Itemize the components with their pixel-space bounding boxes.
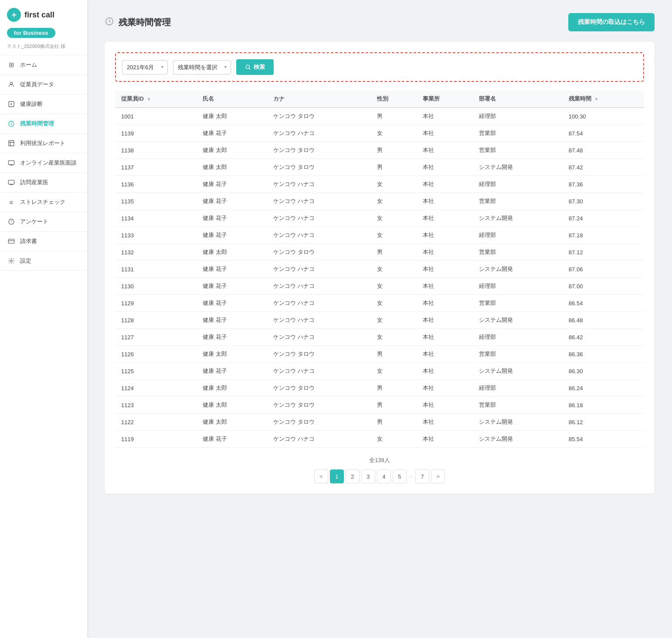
page-button-5[interactable]: 5	[393, 469, 407, 483]
month-select-wrapper: 2021年6月 2021年5月 2021年4月	[122, 60, 168, 74]
sidebar-item-invoice[interactable]: 請求書	[0, 232, 87, 251]
sidebar-item-health[interactable]: 健康診断	[0, 95, 87, 114]
cell-office: 本社	[417, 193, 473, 210]
cell-dept: 営業部	[473, 142, 562, 159]
page-button-3[interactable]: 3	[361, 469, 375, 483]
cell-name: 健康 太郎	[197, 108, 267, 125]
cell-kana: ケンコウ ハナコ	[267, 125, 371, 142]
cell-office: 本社	[417, 312, 473, 329]
cell-emp_id: 1001	[115, 108, 197, 125]
cell-gender: 女	[371, 261, 417, 278]
cell-office: 本社	[417, 125, 473, 142]
cell-overtime: 87.00	[563, 278, 644, 295]
cell-name: 健康 太郎	[197, 244, 267, 261]
table-row: 1136健康 花子ケンコウ ハナコ女本社経理部87.36	[115, 176, 644, 193]
table-row: 1122健康 太郎ケンコウ タロウ男本社システム開発86.12	[115, 414, 644, 431]
cell-office: 本社	[417, 176, 473, 193]
sidebar-item-label: 設定	[20, 257, 31, 265]
search-container: 2021年6月 2021年5月 2021年4月 残業時間を選択 45時間以上 6…	[105, 42, 655, 494]
col-gender: 性別	[371, 91, 417, 108]
sidebar-item-online-doctor[interactable]: オンライン産業医面談	[0, 153, 87, 173]
table-row: 1135健康 花子ケンコウ ハナコ女本社営業部87.30	[115, 193, 644, 210]
table-row: 1130健康 花子ケンコウ ハナコ女本社経理部87.00	[115, 278, 644, 295]
cell-emp_id: 1128	[115, 312, 197, 329]
page-button-7[interactable]: 7	[415, 469, 429, 483]
prev-page-button[interactable]: ＜	[314, 469, 328, 483]
main-content: 残業時間管理 残業時間の取込はこちら 2021年6月 2021年5月 2021年…	[87, 0, 672, 638]
sidebar-item-employee[interactable]: 従業員データ	[0, 75, 87, 95]
cell-name: 健康 太郎	[197, 397, 267, 414]
cell-emp_id: 1136	[115, 176, 197, 193]
table-row: 1132健康 太郎ケンコウ タロウ男本社営業部87.12	[115, 244, 644, 261]
cell-office: 本社	[417, 414, 473, 431]
cell-kana: ケンコウ タロウ	[267, 346, 371, 363]
overtime-select-wrapper: 残業時間を選択 45時間以上 60時間以上 80時間以上	[173, 60, 231, 74]
cell-office: 本社	[417, 210, 473, 227]
sidebar-item-label: 残業時間管理	[20, 120, 54, 128]
page-button-2[interactable]: 2	[346, 469, 360, 483]
cell-dept: システム開発	[473, 312, 562, 329]
sidebar-item-visit-doctor[interactable]: 訪問産業医	[0, 173, 87, 192]
table-row: 1133健康 花子ケンコウ ハナコ女本社経理部87.18	[115, 227, 644, 244]
sidebar-item-label: ホーム	[20, 61, 37, 69]
cell-name: 健康 花子	[197, 278, 267, 295]
sidebar-item-stress[interactable]: ≡ ストレスチェック	[0, 192, 87, 212]
table-row: 1137健康 太郎ケンコウ タロウ男本社システム開発87.42	[115, 159, 644, 176]
cell-kana: ケンコウ ハナコ	[267, 227, 371, 244]
cell-emp_id: 1123	[115, 397, 197, 414]
cell-office: 本社	[417, 244, 473, 261]
sidebar-item-survey[interactable]: アンケート	[0, 212, 87, 232]
cell-dept: 営業部	[473, 193, 562, 210]
sidebar: ＋ first call for Business テスト_202009株式会社…	[0, 0, 87, 638]
cell-emp_id: 1124	[115, 380, 197, 397]
table-row: 1126健康 太郎ケンコウ タロウ男本社営業部86.36	[115, 346, 644, 363]
cell-dept: 経理部	[473, 227, 562, 244]
cell-emp_id: 1134	[115, 210, 197, 227]
sidebar-item-settings[interactable]: 設定	[0, 251, 87, 271]
overtime-select[interactable]: 残業時間を選択 45時間以上 60時間以上 80時間以上	[173, 60, 231, 74]
cell-emp_id: 1119	[115, 431, 197, 448]
col-emp-id[interactable]: 従業員ID ▼	[115, 91, 197, 108]
col-kana: カナ	[267, 91, 371, 108]
cell-dept: 営業部	[473, 397, 562, 414]
cell-emp_id: 1135	[115, 193, 197, 210]
cell-overtime: 87.42	[563, 159, 644, 176]
page-button-4[interactable]: 4	[377, 469, 391, 483]
pagination: ＜ 1 2 3 4 5 - 7 ＞	[314, 469, 445, 483]
cell-dept: システム開発	[473, 414, 562, 431]
col-overtime[interactable]: 残業時間 ▼	[563, 91, 644, 108]
cell-office: 本社	[417, 431, 473, 448]
cell-name: 健康 花子	[197, 176, 267, 193]
cell-overtime: 86.36	[563, 346, 644, 363]
search-bar: 2021年6月 2021年5月 2021年4月 残業時間を選択 45時間以上 6…	[115, 52, 644, 82]
sidebar-item-report[interactable]: 利用状況レポート	[0, 134, 87, 153]
sidebar-item-overtime[interactable]: 残業時間管理	[0, 114, 87, 134]
table-row: 1134健康 花子ケンコウ ハナコ女本社システム開発87.24	[115, 210, 644, 227]
invoice-icon	[7, 237, 16, 246]
table-row: 1001健康 太郎ケンコウ タロウ男本社経理部100.30	[115, 108, 644, 125]
settings-icon	[7, 257, 16, 265]
cell-kana: ケンコウ タロウ	[267, 380, 371, 397]
month-select[interactable]: 2021年6月 2021年5月 2021年4月	[122, 60, 168, 74]
cell-overtime: 87.18	[563, 227, 644, 244]
search-button[interactable]: 検索	[236, 59, 274, 75]
cell-kana: ケンコウ ハナコ	[267, 193, 371, 210]
cell-name: 健康 太郎	[197, 346, 267, 363]
employee-icon	[7, 80, 16, 89]
cell-emp_id: 1132	[115, 244, 197, 261]
cell-overtime: 87.06	[563, 261, 644, 278]
table-row: 1138健康 太郎ケンコウ タロウ男本社営業部87.48	[115, 142, 644, 159]
cell-dept: 営業部	[473, 346, 562, 363]
import-button[interactable]: 残業時間の取込はこちら	[568, 13, 655, 31]
svg-point-0	[10, 82, 12, 84]
sidebar-item-label: 請求書	[20, 237, 37, 245]
for-business-badge: for Business	[0, 26, 87, 41]
cell-emp_id: 1129	[115, 295, 197, 312]
cell-office: 本社	[417, 346, 473, 363]
sidebar-item-home[interactable]: ⊞ ホーム	[0, 55, 87, 75]
cell-kana: ケンコウ ハナコ	[267, 261, 371, 278]
cell-emp_id: 1131	[115, 261, 197, 278]
cell-gender: 女	[371, 193, 417, 210]
page-button-1[interactable]: 1	[330, 469, 344, 483]
next-page-button[interactable]: ＞	[431, 469, 445, 483]
